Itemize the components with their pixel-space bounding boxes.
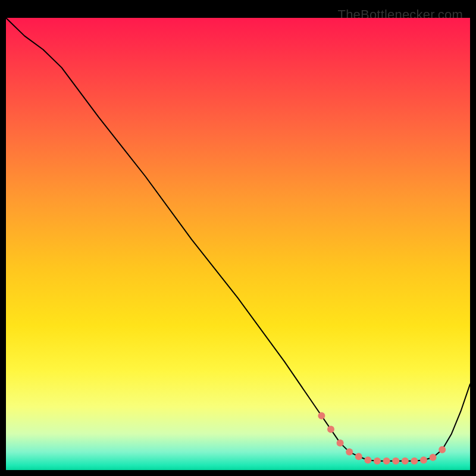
marker-dot [439,446,446,453]
marker-dot [402,458,409,465]
marker-dot [392,458,399,465]
marker-dot [346,449,353,456]
bottleneck-curve-line [6,18,470,461]
chart-frame: TheBottlenecker.com [6,6,470,470]
marker-dot [337,439,344,446]
marker-dot [430,454,437,461]
marker-dot [327,426,334,433]
marker-dot [420,456,427,464]
marker-dot [411,458,418,465]
marker-dot [318,412,325,419]
line-layer [6,18,470,461]
marker-dot [364,456,371,464]
plot-area [6,18,470,470]
marker-dot [374,458,381,465]
bottleneck-chart-svg [6,18,470,470]
marker-dot [355,453,362,460]
marker-dot [383,458,390,465]
